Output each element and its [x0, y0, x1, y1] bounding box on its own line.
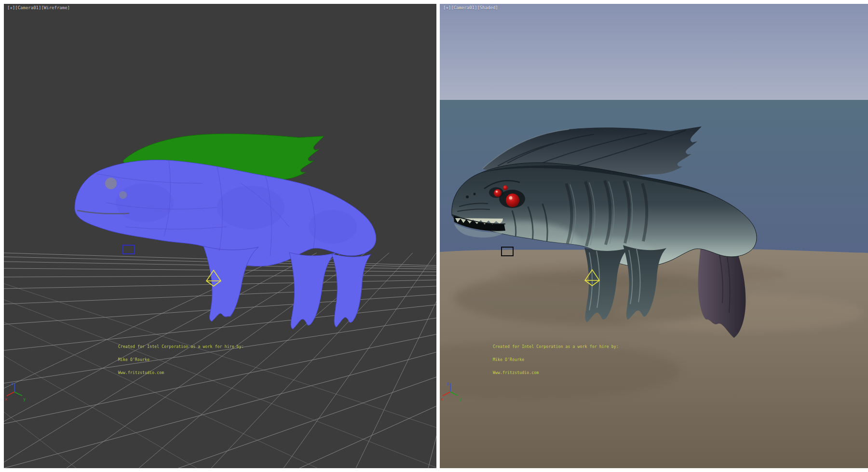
fish-tail-fin2-wire[interactable]: [332, 254, 371, 327]
fish-eye-small: [503, 185, 508, 190]
viewport-shaded[interactable]: z x y [+][Camera01][Shaded] Created for …: [440, 4, 868, 468]
watermark-line3: Www.fritzstudio.com: [493, 371, 619, 375]
axis-z-label: z: [11, 381, 13, 386]
rectangle-helper[interactable]: [123, 245, 135, 254]
eye-highlight: [509, 196, 513, 200]
watermark-line1: Created for Intel Corporation as a work …: [493, 345, 619, 349]
nostril-2: [474, 193, 476, 195]
dual-viewport-stage: z x y [+][Camera01][Wireframe] Created f…: [0, 0, 868, 472]
watermark-line1: Created for Intel Corporation as a work …: [118, 345, 244, 349]
axis-z-label: z: [447, 381, 449, 386]
fish-creature-wireframe[interactable]: [75, 134, 376, 329]
watermark-text: Created for Intel Corporation as a work …: [493, 336, 619, 384]
axis-tripod: z x y: [5, 381, 26, 402]
fish-eye-medium: [494, 189, 502, 197]
viewport-label-left[interactable]: [+][Camera01][Wireframe]: [7, 5, 70, 10]
axis-x-label: x: [441, 397, 444, 402]
watermark-line2: Mike O'Rourke: [493, 358, 619, 362]
axis-y-label: y: [23, 397, 26, 402]
wireframe-scene-canvas[interactable]: z x y: [4, 4, 436, 468]
axis-y-label: y: [459, 397, 462, 402]
axis-x-label: x: [5, 397, 8, 402]
sky-backdrop: [440, 4, 868, 100]
watermark-line2: Mike O'Rourke: [118, 358, 244, 362]
fish-eye-large: [506, 194, 519, 207]
watermark-line3: Www.fritzstudio.com: [118, 371, 244, 375]
watermark-text: Created for Intel Corporation as a work …: [118, 336, 244, 384]
viewport-wireframe[interactable]: z x y [+][Camera01][Wireframe] Created f…: [4, 4, 436, 468]
fish-eye-spot: [105, 178, 117, 189]
viewport-label-right[interactable]: [+][Camera01][Shaded]: [443, 5, 498, 10]
fish-eye-spot-small: [119, 191, 127, 199]
eye-highlight-2: [496, 191, 498, 193]
shaded-scene-canvas[interactable]: z x y: [440, 4, 868, 468]
nostril: [466, 195, 469, 198]
